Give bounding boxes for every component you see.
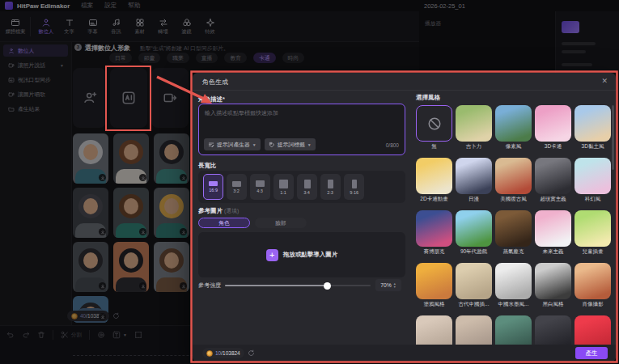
style-thumbnail bbox=[574, 210, 611, 247]
style-name: 科幻風 bbox=[574, 196, 611, 203]
ratio-shape-icon bbox=[209, 181, 218, 186]
style-thumbnail bbox=[495, 105, 532, 142]
style-option[interactable] bbox=[535, 315, 571, 345]
stepper-icons[interactable]: ▲▼ bbox=[393, 282, 396, 289]
aspect-ratio-label: 16:9 bbox=[209, 188, 218, 193]
style-option-3D黏土風[interactable]: 3D黏土風 bbox=[574, 105, 611, 153]
style-option-賽博朋克[interactable]: 賽博朋克 bbox=[416, 210, 452, 258]
close-icon[interactable]: ✕ bbox=[601, 77, 608, 85]
aspect-ratio-label: 9:16 bbox=[350, 190, 358, 195]
char-counter: 0/800 bbox=[386, 142, 399, 148]
prompt-tags-label: 提示詞標籤 bbox=[278, 141, 305, 149]
aspect-ratio-1x1[interactable]: 1:1 bbox=[273, 174, 294, 200]
aspect-ratio-9x16[interactable]: 9:16 bbox=[344, 174, 364, 200]
style-option[interactable] bbox=[456, 315, 492, 345]
style-thumbnail bbox=[574, 158, 611, 194]
aspect-ratio-label: 3:2 bbox=[234, 188, 240, 193]
prompt-tag-icon bbox=[269, 142, 275, 148]
aspect-ratio-3x2[interactable]: 3:2 bbox=[227, 174, 247, 200]
strength-value-box[interactable]: 70% ▲▼ bbox=[375, 279, 401, 291]
aspect-ratio-label: 長寬比 bbox=[198, 162, 217, 170]
style-option[interactable] bbox=[495, 315, 532, 345]
scrollbar[interactable] bbox=[612, 105, 614, 170]
style-thumbnail bbox=[574, 315, 611, 345]
style-option[interactable] bbox=[574, 315, 611, 345]
slider-handle[interactable] bbox=[324, 282, 331, 290]
style-thumbnail bbox=[535, 158, 571, 194]
drop-zone-text: 拖放或點擊導入圖片 bbox=[283, 251, 338, 259]
aspect-ratio-4x3[interactable]: 4:3 bbox=[250, 174, 270, 200]
style-option-肖像攝影[interactable]: 肖像攝影 bbox=[574, 263, 611, 311]
style-grid: 無吉卜力像素風3D卡通3D黏土風2D卡通動畫日漫美國復古風超現實主義科幻風賽博朋… bbox=[416, 105, 616, 345]
prompt-tags-button[interactable]: 提示詞標籤 ▼ bbox=[265, 138, 316, 150]
style-name: 賽博朋克 bbox=[416, 248, 452, 256]
style-option-無[interactable]: 無 bbox=[416, 105, 452, 153]
prompt-generator-button[interactable]: 提示詞產生器 ▼ bbox=[204, 138, 261, 150]
style-thumbnail bbox=[416, 263, 452, 299]
refresh-icon[interactable] bbox=[248, 349, 255, 357]
generate-button[interactable]: 產生 bbox=[575, 347, 608, 359]
style-option-中國水墨風...[interactable]: 中國水墨風... bbox=[495, 263, 532, 311]
style-name: 肖像攝影 bbox=[574, 301, 611, 308]
style-option-2D卡通動畫[interactable]: 2D卡通動畫 bbox=[416, 158, 452, 205]
style-option-未來主義[interactable]: 未來主義 bbox=[535, 210, 571, 258]
style-name: 超現實主義 bbox=[535, 196, 571, 203]
style-option-古代中國插...[interactable]: 古代中國插... bbox=[456, 263, 492, 311]
reference-tab-2[interactable]: 臉部 bbox=[255, 218, 307, 228]
image-drop-zone[interactable]: + 拖放或點擊導入圖片 bbox=[198, 232, 405, 277]
style-option-吉卜力[interactable]: 吉卜力 bbox=[456, 105, 492, 153]
prompt-generator-icon bbox=[208, 142, 214, 148]
style-option[interactable] bbox=[416, 315, 452, 345]
plus-icon: + bbox=[266, 249, 278, 261]
style-name: 美國復古風 bbox=[495, 196, 532, 203]
aspect-ratio-label: 4:3 bbox=[257, 188, 264, 193]
style-option-塗鴉風格[interactable]: 塗鴉風格 bbox=[416, 263, 452, 311]
aspect-ratio-group: 16:93:24:31:13:42:39:16 bbox=[198, 171, 405, 203]
aspect-ratio-16x9[interactable]: 16:9 bbox=[203, 174, 223, 200]
divider bbox=[193, 90, 616, 91]
style-name: 3D卡通 bbox=[535, 143, 571, 150]
aspect-ratio-3x4[interactable]: 3:4 bbox=[297, 174, 317, 200]
style-option-像素風[interactable]: 像素風 bbox=[495, 105, 532, 153]
strength-slider[interactable] bbox=[225, 285, 371, 286]
ratio-shape-icon bbox=[279, 180, 288, 188]
style-name: 未來主義 bbox=[535, 248, 571, 256]
character-generation-dialog: 角色生成 ✕ 角色描述* 輸入描述或點擊標籤快速添加 提示詞產生器 ▼ 提示詞標… bbox=[193, 73, 616, 362]
style-option-蒸氣龐克[interactable]: 蒸氣龐克 bbox=[495, 210, 532, 258]
style-thumbnail bbox=[416, 315, 452, 345]
style-option-3D卡通[interactable]: 3D卡通 bbox=[535, 105, 571, 153]
style-name: 蒸氣龐克 bbox=[495, 248, 532, 256]
style-name: 塗鴉風格 bbox=[416, 301, 452, 308]
aspect-ratio-2x3[interactable]: 2:3 bbox=[320, 174, 341, 200]
style-thumbnail bbox=[535, 210, 571, 247]
slash-circle-icon bbox=[427, 116, 442, 131]
style-thumbnail bbox=[574, 263, 611, 299]
credits-used: 10 bbox=[215, 350, 221, 356]
style-thumbnail bbox=[495, 158, 532, 194]
style-thumbnail bbox=[574, 105, 611, 142]
ratio-shape-icon bbox=[304, 180, 311, 188]
style-thumbnail bbox=[535, 315, 571, 345]
description-textarea[interactable]: 輸入描述或點擊標籤快速添加 提示詞產生器 ▼ 提示詞標籤 ▼ 0/800 bbox=[198, 104, 405, 155]
ratio-shape-icon bbox=[256, 180, 265, 187]
style-thumbnail bbox=[495, 210, 532, 247]
style-thumbnail bbox=[456, 263, 492, 299]
style-thumbnail bbox=[456, 105, 492, 142]
style-option-日漫[interactable]: 日漫 bbox=[456, 158, 492, 205]
style-thumbnail bbox=[416, 158, 452, 194]
description-placeholder: 輸入描述或點擊標籤快速添加 bbox=[205, 109, 278, 117]
strength-value: 70% bbox=[380, 282, 392, 288]
style-thumbnail bbox=[495, 263, 532, 299]
credits-pill: 10/103824 bbox=[202, 348, 244, 358]
style-option-超現實主義[interactable]: 超現實主義 bbox=[535, 158, 571, 205]
style-thumbnail bbox=[456, 315, 492, 345]
reference-tab-1[interactable]: 角色 bbox=[198, 218, 250, 228]
style-option-美國復古風[interactable]: 美國復古風 bbox=[495, 158, 532, 205]
style-option-黑白風格[interactable]: 黑白風格 bbox=[535, 263, 571, 311]
style-option-90年代遊戲[interactable]: 90年代遊戲 bbox=[456, 210, 492, 258]
style-option-科幻風[interactable]: 科幻風 bbox=[574, 158, 611, 205]
ratio-shape-icon bbox=[328, 180, 333, 188]
style-name: 古代中國插... bbox=[456, 301, 492, 308]
style-option-兒童插畫[interactable]: 兒童插畫 bbox=[574, 210, 611, 258]
style-name: 無 bbox=[416, 143, 452, 150]
